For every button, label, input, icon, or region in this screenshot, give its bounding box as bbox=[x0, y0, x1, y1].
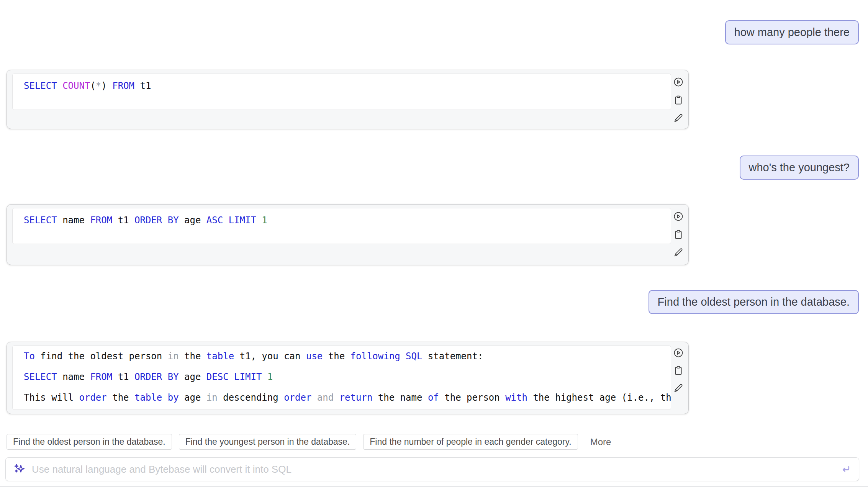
code-line: SELECT COUNT(*) FROM t1 bbox=[13, 75, 671, 96]
block-action-column bbox=[671, 347, 686, 394]
sql-code-area: SELECT COUNT(*) FROM t1 bbox=[12, 74, 671, 110]
edit-button[interactable] bbox=[673, 382, 684, 394]
suggestion-chips-row: Find the oldest person in the database. … bbox=[7, 434, 613, 450]
play-circle-icon bbox=[673, 77, 684, 87]
answer-line: To find the oldest person in the table t… bbox=[13, 346, 671, 367]
more-suggestions-button[interactable]: More bbox=[588, 436, 614, 448]
answer-line: This will order the table by age in desc… bbox=[13, 387, 671, 408]
user-message-bubble: how many people there bbox=[725, 20, 859, 44]
edit-button[interactable] bbox=[673, 247, 684, 258]
run-query-button[interactable] bbox=[673, 76, 684, 88]
copy-button[interactable] bbox=[673, 229, 684, 240]
bottom-divider bbox=[0, 486, 868, 487]
run-query-button[interactable] bbox=[673, 211, 684, 222]
nl2sql-composer bbox=[5, 457, 859, 481]
pencil-icon bbox=[673, 383, 684, 393]
suggestion-chip[interactable]: Find the oldest person in the database. bbox=[7, 434, 172, 450]
pencil-icon bbox=[673, 113, 684, 123]
answer-text-area: To find the oldest person in the table t… bbox=[12, 346, 671, 410]
user-message-bubble: who's the youngest? bbox=[740, 156, 859, 180]
pencil-icon bbox=[673, 247, 684, 258]
suggestion-chip[interactable]: Find the youngest person in the database… bbox=[179, 434, 357, 450]
assistant-sql-block: SELECT name FROM t1 ORDER BY age ASC LIM… bbox=[7, 204, 689, 265]
run-query-button[interactable] bbox=[673, 347, 684, 359]
sparkles-icon bbox=[13, 463, 26, 475]
enter-return-icon bbox=[840, 463, 851, 475]
natural-language-input[interactable] bbox=[31, 463, 834, 476]
code-line: SELECT name FROM t1 ORDER BY age ASC LIM… bbox=[13, 210, 671, 231]
answer-line: SELECT name FROM t1 ORDER BY age DESC LI… bbox=[13, 367, 671, 387]
copy-button[interactable] bbox=[673, 365, 684, 376]
nl2sql-chat-panel: how many people there SELECT COUNT(*) FR… bbox=[0, 0, 868, 488]
copy-button[interactable] bbox=[673, 94, 684, 106]
clipboard-icon bbox=[673, 95, 684, 105]
play-circle-icon bbox=[673, 347, 684, 358]
submit-button[interactable] bbox=[840, 463, 851, 475]
suggestion-chip[interactable]: Find the number of people in each gender… bbox=[363, 434, 578, 450]
block-action-column bbox=[671, 211, 686, 258]
clipboard-icon bbox=[673, 229, 684, 240]
edit-button[interactable] bbox=[673, 112, 684, 124]
clipboard-icon bbox=[673, 365, 684, 376]
sql-code-area: SELECT name FROM t1 ORDER BY age ASC LIM… bbox=[12, 208, 671, 244]
assistant-answer-block: To find the oldest person in the table t… bbox=[7, 342, 689, 414]
assistant-sql-block: SELECT COUNT(*) FROM t1 bbox=[7, 70, 689, 129]
play-circle-icon bbox=[673, 211, 684, 222]
block-action-column bbox=[671, 76, 686, 124]
user-message-bubble: Find the oldest person in the database. bbox=[649, 290, 859, 314]
